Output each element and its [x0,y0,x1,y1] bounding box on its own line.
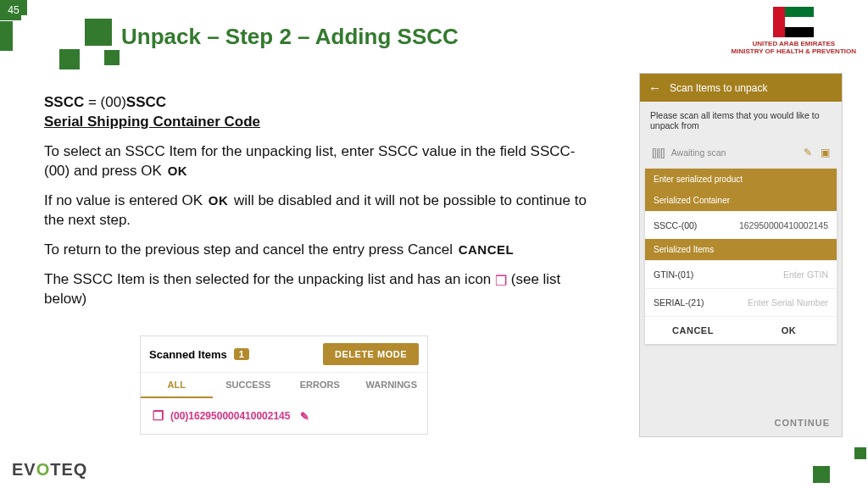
panel-subheader-items: Serialized Items [645,239,837,260]
scanned-items-count: 1 [234,348,249,360]
sscc-eq: = (00) [84,94,126,110]
cancel-label-icon: CANCEL [457,241,516,258]
scanned-items-widget: Scanned Items 1 DELETE MODE ALL SUCCESS … [140,336,428,435]
para-3: To return to the previous step and cance… [44,241,453,258]
barcode-icon: [||||] [652,146,665,158]
content-body: SSCC = (00)SSCC Serial Shipping Containe… [44,93,595,319]
para-1: To select an SSCC Item for the unpacking… [44,143,575,179]
ok-button[interactable]: OK [741,317,837,344]
panel-subheader-container: Serialized Container [645,190,837,211]
field-gtin-label: GTIN-(01) [654,269,783,280]
deco-square [85,19,112,46]
awaiting-scan-label: Awaiting scan [671,147,726,158]
sscc-term: SSCC [44,94,84,110]
para-2a: If no value is entered OK [44,192,203,208]
para-4a: The SSCC Item is then selected for the u… [44,271,491,287]
scanned-row-value: (00)162950000410002145 [170,410,290,422]
phone-mock: ← Scan Items to unpack Please scan all i… [639,73,843,437]
continue-button[interactable]: CONTINUE [775,418,830,428]
tab-errors[interactable]: ERRORS [284,373,356,398]
ok-label-icon: OK [166,163,190,180]
cancel-button[interactable]: CANCEL [645,317,741,344]
scanned-items-title: Scanned Items [149,348,227,361]
field-gtin-input[interactable]: Enter GTIN [783,269,828,280]
deco-square [104,50,120,65]
phone-instruction: Please scan all items that you would lik… [640,102,842,139]
deco-square [0,21,13,51]
page-title: Unpack – Step 2 – Adding SSCC [121,24,459,50]
uae-flag-icon [773,7,814,37]
ministry-logo: UNITED ARAB EMIRATES MINISTRY OF HEALTH … [732,7,856,56]
scanned-row[interactable]: ❒ (00)162950000410002145 ✎ [141,398,427,434]
sscc-code: SSCC [126,94,166,110]
stack-icon: ❒ [153,408,164,424]
phone-title: Scan Items to unpack [670,82,767,94]
tab-warnings[interactable]: WARNINGS [356,373,428,398]
field-sscc-label: SSCC-(00) [654,220,739,230]
edit-icon[interactable]: ✎ [804,147,812,158]
field-serial-label: SERIAL-(21) [654,297,748,308]
camera-icon[interactable]: ▣ [821,147,830,158]
deco-square [21,15,47,41]
edit-icon[interactable]: ✎ [300,410,309,423]
brand-line2: MINISTRY OF HEALTH & PREVENTION [732,48,856,56]
footer-logo: EVOTEQ [12,460,87,480]
deco-square [59,49,80,69]
deco-square [854,447,866,459]
delete-mode-button[interactable]: DELETE MODE [323,343,419,365]
back-icon[interactable]: ← [648,80,661,95]
field-sscc-value[interactable]: 162950000410002145 [739,220,828,230]
ok-label-icon: OK [207,192,231,209]
deco-square [813,466,830,483]
field-serial-input[interactable]: Enter Serial Number [748,297,828,308]
stack-icon: ❒ [495,274,507,288]
sscc-fullname: Serial Shipping Container Code [44,114,260,130]
tab-success[interactable]: SUCCESS [213,373,285,398]
tab-all[interactable]: ALL [141,373,213,398]
panel-header: Enter serialized product [645,169,837,190]
